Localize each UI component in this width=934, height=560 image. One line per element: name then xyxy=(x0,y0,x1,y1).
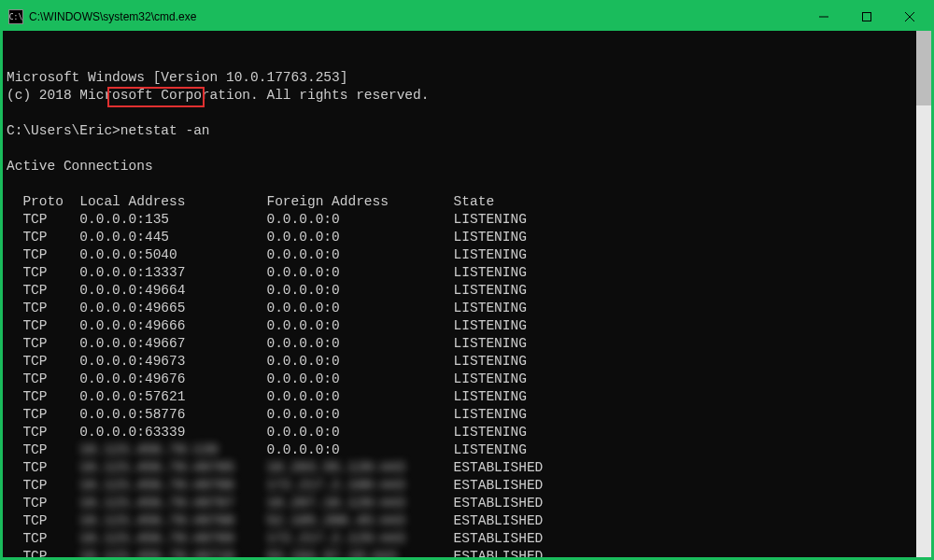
terminal-output[interactable]: Microsoft Windows [Version 10.0.17763.25… xyxy=(3,31,931,557)
maximize-button[interactable] xyxy=(845,3,888,31)
terminal-line: TCP 0.0.0.0:63339 0.0.0.0:0 LISTENING xyxy=(7,424,913,441)
terminal-line: TCP 0.0.0.0:5040 0.0.0.0:0 LISTENING xyxy=(7,246,913,264)
terminal-line: TCP 10.123.456.78:49708 52.185.200.45:44… xyxy=(7,512,913,530)
window-titlebar: C:\ C:\WINDOWS\system32\cmd.exe xyxy=(3,3,931,31)
svg-rect-1 xyxy=(863,13,871,21)
terminal-line: TCP 0.0.0.0:58776 0.0.0.0:0 LISTENING xyxy=(7,406,913,424)
maximize-icon xyxy=(862,12,871,21)
scrollbar-thumb[interactable] xyxy=(916,31,931,105)
terminal-line xyxy=(7,105,913,122)
terminal-line: Proto Local Address Foreign Address Stat… xyxy=(7,193,913,211)
window-title: C:\WINDOWS\system32\cmd.exe xyxy=(29,10,196,23)
terminal-line: TCP 0.0.0.0:49667 0.0.0.0:0 LISTENING xyxy=(7,335,913,353)
terminal-line: TCP 0.0.0.0:135 0.0.0.0:0 LISTENING xyxy=(7,211,913,229)
scrollbar-track[interactable] xyxy=(916,31,931,557)
terminal-line: TCP 0.0.0.0:13337 0.0.0.0:0 LISTENING xyxy=(7,264,913,282)
minimize-icon xyxy=(819,12,828,21)
terminal-line: TCP 10.123.456.78:49705 10.203.55.120:44… xyxy=(7,459,913,477)
terminal-line: TCP 0.0.0.0:49666 0.0.0.0:0 LISTENING xyxy=(7,317,913,335)
terminal-line: TCP 10.123.456.78:49710 93.184.97.10:443… xyxy=(7,548,913,557)
window-controls xyxy=(802,3,931,31)
terminal-line: TCP 10.123.456.78:49707 10.207.10.120:44… xyxy=(7,495,913,512)
terminal-line: TCP 10.123.456.78:49709 172.217.2.129:44… xyxy=(7,530,913,548)
terminal-line: Microsoft Windows [Version 10.0.17763.25… xyxy=(7,69,913,87)
terminal-line: TCP 10.123.456.78:49706 172.217.2.100:44… xyxy=(7,477,913,495)
close-button[interactable] xyxy=(888,3,931,31)
terminal-line: TCP 0.0.0.0:49665 0.0.0.0:0 LISTENING xyxy=(7,300,913,317)
terminal-line: (c) 2018 Microsoft Corporation. All righ… xyxy=(7,87,913,105)
terminal-line: TCP 0.0.0.0:49676 0.0.0.0:0 LISTENING xyxy=(7,371,913,388)
terminal-line xyxy=(7,175,913,193)
close-icon xyxy=(905,12,914,21)
terminal-line: C:\Users\Eric>netstat -an xyxy=(7,122,913,140)
terminal-line: TCP 0.0.0.0:49673 0.0.0.0:0 LISTENING xyxy=(7,353,913,371)
terminal-line: TCP 0.0.0.0:49664 0.0.0.0:0 LISTENING xyxy=(7,282,913,300)
terminal-line: TCP 0.0.0.0:57621 0.0.0.0:0 LISTENING xyxy=(7,388,913,406)
terminal-line xyxy=(7,140,913,158)
cmd-icon: C:\ xyxy=(8,9,23,24)
minimize-button[interactable] xyxy=(802,3,845,31)
terminal-line: Active Connections xyxy=(7,158,913,175)
terminal-line: TCP 10.123.456.78:139 0.0.0.0:0 LISTENIN… xyxy=(7,441,913,459)
terminal-line: TCP 0.0.0.0:445 0.0.0.0:0 LISTENING xyxy=(7,229,913,246)
